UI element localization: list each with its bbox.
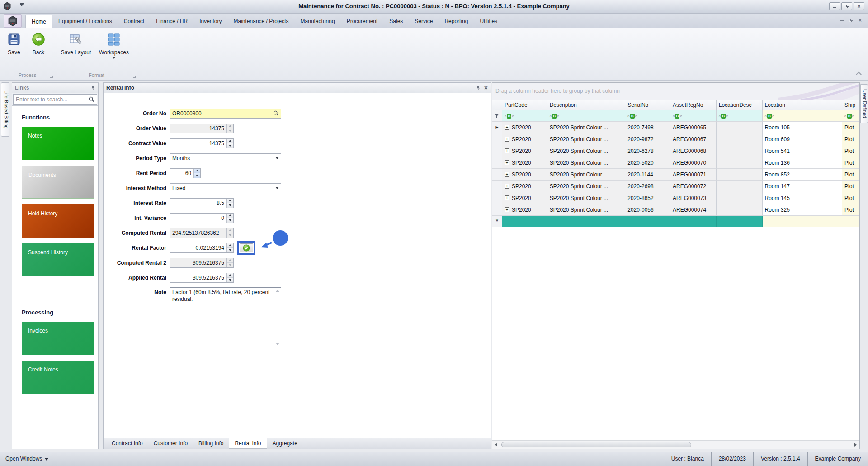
- new-row-cell-serialno[interactable]: [625, 216, 670, 227]
- spin-up-button[interactable]: [227, 199, 233, 204]
- cell-location[interactable]: Room 147: [763, 181, 843, 192]
- tab-rental-info[interactable]: Rental Info: [229, 438, 267, 449]
- scroll-right-icon[interactable]: [852, 441, 859, 449]
- cell-partcode[interactable]: +SP2020: [502, 169, 547, 181]
- cell-serialno[interactable]: 2020-8652: [625, 192, 670, 204]
- link-button-invoices[interactable]: Invoices: [22, 322, 94, 355]
- link-button-notes[interactable]: Notes: [22, 127, 94, 160]
- cell-ship[interactable]: Plot: [842, 192, 859, 204]
- ribbon-minimize-icon[interactable]: [840, 20, 844, 21]
- horizontal-scrollbar[interactable]: [492, 440, 859, 449]
- dialog-launcher-icon[interactable]: [133, 76, 136, 78]
- scrollbar-thumb[interactable]: [501, 442, 691, 447]
- dialog-launcher-icon[interactable]: [50, 76, 53, 78]
- cell-partcode[interactable]: +SP2020: [502, 157, 547, 169]
- filter-cell-locationdesc[interactable]: aBc: [717, 110, 763, 122]
- new-row-cell-partcode[interactable]: [502, 216, 547, 227]
- cell-location[interactable]: Room 105: [763, 122, 843, 133]
- menu-tab-inventory[interactable]: Inventory: [193, 15, 227, 28]
- column-header-description[interactable]: Description: [547, 100, 626, 110]
- filter-cell-description[interactable]: aBc: [547, 110, 626, 122]
- spin-up-button[interactable]: [194, 169, 200, 174]
- save-button[interactable]: Save: [2, 31, 26, 56]
- menu-tab-home[interactable]: Home: [25, 15, 52, 28]
- cell-serialno[interactable]: 2020-6278: [625, 145, 670, 157]
- spin-down-button[interactable]: [227, 218, 233, 223]
- cell-serialno[interactable]: 2020-0056: [625, 204, 670, 216]
- cell-assetregno[interactable]: AREG000067: [670, 133, 717, 145]
- filter-cell-serialno[interactable]: aBc: [625, 110, 670, 122]
- field-order-no[interactable]: OR0000300: [170, 109, 281, 119]
- expand-icon[interactable]: +: [505, 172, 509, 177]
- memo-scroll-down-icon[interactable]: [276, 343, 279, 345]
- cell-partcode[interactable]: +SP2020: [502, 181, 547, 192]
- cell-partcode[interactable]: +SP2020: [502, 145, 547, 157]
- spin-down-button[interactable]: [227, 278, 233, 282]
- tab-customer-info[interactable]: Customer Info: [148, 438, 193, 448]
- menu-tab-utilities[interactable]: Utilities: [474, 15, 503, 28]
- filter-cell-partcode[interactable]: aBc: [502, 110, 547, 122]
- grid-new-row[interactable]: *: [492, 216, 859, 227]
- cell-partcode[interactable]: +SP2020: [502, 133, 547, 145]
- cell-partcode[interactable]: +SP2020: [502, 192, 547, 204]
- ribbon-restore-icon[interactable]: [849, 19, 853, 22]
- cell-assetregno[interactable]: AREG000070: [670, 157, 717, 169]
- menu-tab-service[interactable]: Service: [409, 15, 439, 28]
- cell-description[interactable]: SP2020 Sprint Colour ...: [547, 133, 626, 145]
- menu-tab-finance-hr[interactable]: Finance / HR: [150, 15, 193, 28]
- cell-serialno[interactable]: 2020-2698: [625, 181, 670, 192]
- cell-locationdesc[interactable]: [717, 169, 763, 181]
- cell-ship[interactable]: Plot: [842, 181, 859, 192]
- link-button-hold-history[interactable]: Hold History: [22, 204, 94, 238]
- cell-serialno[interactable]: 2020-5020: [625, 157, 670, 169]
- filter-cell-location[interactable]: aBc: [763, 110, 843, 122]
- cell-locationdesc[interactable]: [717, 181, 763, 192]
- expand-icon[interactable]: +: [505, 125, 509, 130]
- cell-ship[interactable]: Plot: [842, 133, 859, 145]
- pin-icon[interactable]: [91, 86, 95, 90]
- tab-life-based-billing[interactable]: Life Based Billing: [1, 82, 9, 137]
- spin-down-button[interactable]: [227, 143, 233, 148]
- cell-location[interactable]: Room 325: [763, 204, 843, 216]
- tab-contract-info[interactable]: Contract Info: [106, 438, 148, 448]
- menu-tab-sales[interactable]: Sales: [383, 15, 409, 28]
- cell-ship[interactable]: Plot: [842, 169, 859, 181]
- menu-tab-contract[interactable]: Contract: [118, 15, 150, 28]
- spin-up-button[interactable]: [227, 214, 233, 219]
- link-button-documents[interactable]: Documents: [22, 166, 94, 199]
- column-header-ship[interactable]: Ship: [842, 100, 859, 110]
- restore-button[interactable]: [841, 2, 852, 10]
- cell-assetregno[interactable]: AREG000065: [670, 122, 717, 133]
- expand-icon[interactable]: +: [505, 137, 509, 142]
- spin-up-button[interactable]: [227, 139, 233, 144]
- minimize-button[interactable]: [829, 2, 840, 10]
- search-input[interactable]: [16, 96, 89, 103]
- column-header-location[interactable]: Location: [763, 100, 843, 110]
- cell-locationdesc[interactable]: [717, 145, 763, 157]
- tab-user-defined[interactable]: User Defined: [860, 84, 868, 123]
- column-header-locationdesc[interactable]: LocationDesc: [717, 100, 763, 110]
- dropdown-button[interactable]: [274, 184, 281, 193]
- new-row-cell-location[interactable]: [763, 216, 843, 227]
- cell-location[interactable]: Room 541: [763, 145, 843, 157]
- cell-assetregno[interactable]: AREG000073: [670, 192, 717, 204]
- table-row[interactable]: +SP2020SP2020 Sprint Colour ...2020-2698…: [492, 181, 859, 192]
- filter-cell-assetregno[interactable]: aBc: [670, 110, 717, 122]
- cell-ship[interactable]: Plot: [842, 122, 859, 133]
- cell-ship[interactable]: Plot: [842, 145, 859, 157]
- field-int-variance[interactable]: 0: [170, 213, 234, 223]
- cell-location[interactable]: Room 136: [763, 157, 843, 169]
- menu-tab-reporting[interactable]: Reporting: [439, 15, 474, 28]
- panel-close-icon[interactable]: ×: [484, 85, 488, 91]
- cell-location[interactable]: Room 609: [763, 133, 843, 145]
- cell-description[interactable]: SP2020 Sprint Colour ...: [547, 157, 626, 169]
- tab-billing-info[interactable]: Billing Info: [193, 438, 229, 448]
- new-row-cell-description[interactable]: [547, 216, 626, 227]
- cell-description[interactable]: SP2020 Sprint Colour ...: [547, 204, 626, 216]
- filter-cell-ship[interactable]: aBc: [842, 110, 859, 122]
- close-button[interactable]: ×: [854, 2, 864, 10]
- ribbon-close-icon[interactable]: ×: [859, 18, 862, 23]
- spin-down-button[interactable]: [227, 248, 233, 252]
- table-row[interactable]: +SP2020SP2020 Sprint Colour ...2020-5020…: [492, 157, 859, 169]
- cell-description[interactable]: SP2020 Sprint Colour ...: [547, 181, 626, 192]
